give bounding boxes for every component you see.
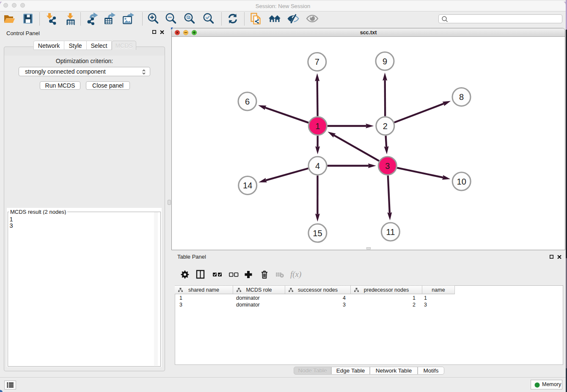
svg-text:f(x): f(x) bbox=[290, 270, 301, 279]
svg-text:6: 6 bbox=[245, 97, 250, 106]
svg-text:2: 2 bbox=[383, 121, 388, 131]
svg-text:4: 4 bbox=[315, 161, 320, 171]
svg-text:15: 15 bbox=[313, 229, 322, 238]
svg-text:14: 14 bbox=[243, 181, 252, 190]
svg-text:11: 11 bbox=[386, 227, 395, 237]
svg-text:1: 1 bbox=[315, 121, 320, 131]
svg-text:7: 7 bbox=[315, 57, 319, 66]
svg-text:9: 9 bbox=[383, 57, 387, 66]
svg-text:3: 3 bbox=[385, 161, 390, 171]
svg-text:8: 8 bbox=[459, 92, 464, 102]
svg-text:10: 10 bbox=[457, 177, 466, 186]
